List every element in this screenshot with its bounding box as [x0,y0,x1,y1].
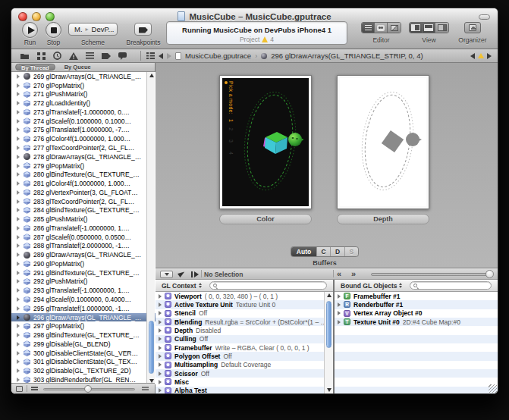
disclosure-triangle-icon[interactable] [159,388,162,393]
disclosure-triangle-icon[interactable] [17,333,20,337]
disclosure-triangle-icon[interactable] [17,351,20,356]
gl-call-row[interactable]: 297 glPopMatrix() [11,321,156,331]
gl-call-row[interactable]: 275 glTranslatef(1.0000000, -7.… [11,126,156,135]
fast-forward-buttons[interactable]: » [351,269,356,278]
gl-context-row[interactable]: Depth Disabled [156,326,333,334]
segment-stencil[interactable]: S [345,247,358,256]
toggle-debug-area-button[interactable] [423,23,435,33]
standard-editor-button[interactable] [362,23,375,33]
breadcrumb-item[interactable]: 296 glDrawArrays(GL_TRIANGLE_STRIP, 0, 4… [271,52,423,60]
disclosure-triangle-icon[interactable] [17,279,20,284]
organizer-button[interactable] [464,22,481,33]
step-forward-icon[interactable] [191,271,200,277]
depth-buffer-label[interactable]: Depth [337,214,429,224]
disclosure-triangle-icon[interactable] [17,119,20,124]
disclosure-triangle-icon[interactable] [17,297,20,302]
gl-context-search-field[interactable] [209,281,327,290]
debug-navigator-icon[interactable] [118,52,127,60]
forward-button[interactable] [167,53,171,59]
log-navigator-icon[interactable] [86,52,94,59]
gl-call-row[interactable]: 287 glScalef(0.0500000, 0.0500… [11,233,156,242]
sort-toggle-icon[interactable] [399,283,402,288]
next-issue-button[interactable] [487,53,492,59]
disclosure-triangle-icon[interactable] [159,380,162,384]
clock-navigator-icon[interactable] [53,52,61,60]
disclosure-triangle-icon[interactable] [17,342,20,346]
gl-call-row[interactable]: 285 glPushMatrix() [11,215,156,224]
frame-scrubber-track[interactable] [371,273,492,276]
bound-object-row[interactable]: T Texture Unit #0 2D:#4 Cube Map:#0 [335,318,498,326]
run-button[interactable] [22,22,38,38]
disclosure-triangle-icon[interactable] [17,155,20,159]
gl-call-row[interactable]: 280 glBindTexture(GL_TEXTURE_… [11,170,156,179]
disclosure-triangle-icon[interactable] [17,181,20,186]
disclosure-triangle-icon[interactable] [17,226,20,230]
gl-call-row[interactable]: 279 glPopMatrix() [11,161,156,171]
detail-slider-knob[interactable] [84,385,92,393]
segment-auto[interactable]: Auto [291,247,317,256]
disclosure-triangle-icon[interactable] [17,190,20,195]
disclosure-triangle-icon[interactable] [17,164,20,168]
disclosure-triangle-icon[interactable] [17,136,20,141]
disclosure-triangle-icon[interactable] [159,354,162,359]
disclosure-triangle-icon[interactable] [17,243,20,248]
bound-object-row[interactable]: V Vertex Array Object #0 [335,309,498,318]
color-buffer-label[interactable]: Color [219,214,312,224]
disclosure-triangle-icon[interactable] [17,127,20,132]
gl-call-row[interactable]: 295 glTranslatef(1.0000000, -1.… [11,304,156,313]
frame-filter-icon[interactable] [16,386,23,392]
disclosure-triangle-icon[interactable] [338,294,341,299]
disclosure-triangle-icon[interactable] [159,371,162,376]
bound-object-row[interactable]: R Renderbuffer #1 [335,300,498,309]
disclosure-triangle-icon[interactable] [17,208,20,212]
sidebar-scrollbar[interactable] [146,72,155,384]
gl-context-row[interactable]: Culling Off [156,335,333,343]
disclosure-triangle-icon[interactable] [17,288,20,293]
resize-grip[interactable] [489,384,497,393]
disclosure-triangle-icon[interactable] [338,320,341,324]
gl-call-row[interactable]: 277 glTexCoordPointer(2, GL_FL… [11,143,156,152]
gl-call-row[interactable]: 298 glBindTexture(GL_TEXTURE_… [11,331,156,340]
gl-context-row[interactable]: Viewport ( 0, 0, 320, 480 ) – ( 0, 1 ) [156,292,333,300]
rewind-buttons[interactable]: « [337,269,341,278]
disclosure-triangle-icon[interactable] [17,262,20,266]
disclosure-triangle-icon[interactable] [159,294,162,299]
disclosure-triangle-icon[interactable] [17,110,20,114]
toggle-navigator-button[interactable] [410,23,423,33]
segment-depth[interactable]: D [331,247,344,256]
scrollbar-thumb[interactable] [326,301,331,348]
gl-call-row[interactable]: 283 glTexCoordPointer(2, GL_FL… [11,197,156,206]
disclosure-triangle-icon[interactable] [17,368,20,373]
gl-call-row[interactable]: 292 glPushMatrix() [11,277,156,287]
scheme-selector[interactable]: M. ▸ DevP... [68,23,118,36]
disclosure-triangle-icon[interactable] [17,359,20,364]
warning-icon[interactable] [262,36,268,42]
gl-call-row[interactable]: 291 glBindTexture(GL_TEXTURE_… [11,268,156,277]
gl-call-row[interactable]: 296 glDrawArrays(GL_TRIANGLE_… [11,313,156,322]
disclosure-triangle-icon[interactable] [17,146,20,150]
gl-call-row[interactable]: 299 glDisable(GL_BLEND) [11,340,156,349]
assistant-editor-button[interactable] [375,23,388,33]
disclosure-triangle-icon[interactable] [17,217,20,221]
gl-call-row[interactable]: 289 glDrawArrays(GL_TRIANGLE_… [11,250,156,259]
disclosure-triangle-icon[interactable] [17,101,20,105]
gl-call-row[interactable]: 300 glDisableClientState(GL_VER… [11,349,156,358]
gl-context-row[interactable]: Stencil Off [156,309,333,318]
disclosure-triangle-icon[interactable] [159,311,162,315]
sort-toggle-icon[interactable] [199,283,202,288]
gl-context-scrollbar[interactable] [324,292,333,393]
frame-scrubber-knob[interactable] [485,270,494,278]
disclosure-triangle-icon[interactable] [159,346,162,350]
breakpoints-button[interactable] [134,23,152,36]
gl-context-row[interactable]: Alpha Test [156,387,333,393]
gl-call-row[interactable]: 284 glBindTexture(GL_TEXTURE_… [11,205,156,215]
gl-call-row[interactable]: 274 glScalef(0.1000000, 0.1000… [11,117,156,126]
gl-context-row[interactable]: Polygon Offset Off [156,352,333,360]
tab-by-queue[interactable]: By Queue [64,64,91,71]
toggle-utilities-button[interactable] [435,23,448,33]
gl-context-row[interactable]: Framebuffer Write – RGBA, Clear ( 0, 0, … [156,343,333,352]
gl-call-row[interactable]: 293 glTranslatef(-1.0000000, 1.… [11,286,156,295]
jump-to-instruction-icon[interactable] [178,270,186,277]
disclosure-triangle-icon[interactable] [17,271,20,275]
previous-issue-button[interactable] [470,53,475,59]
